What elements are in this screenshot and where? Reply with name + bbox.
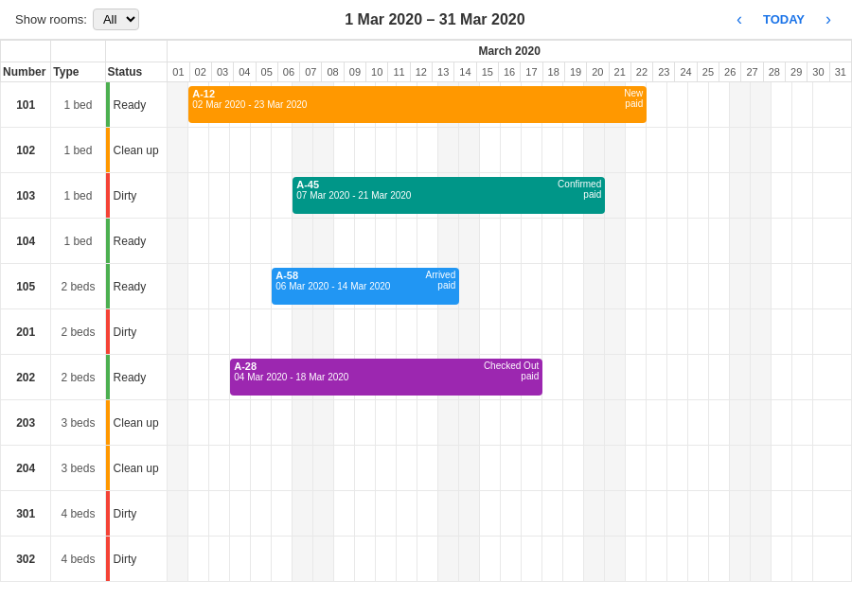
day-header-19: 19 bbox=[564, 62, 586, 82]
th-type: Type bbox=[51, 62, 105, 82]
booking-A-28[interactable]: A-28 04 Mar 2020 - 18 Mar 2020 Checked O… bbox=[230, 359, 542, 396]
status-text-203: Clean up bbox=[106, 416, 159, 430]
room-number-302: 302 bbox=[1, 537, 51, 582]
status-bar-105 bbox=[106, 264, 110, 308]
th-status-empty bbox=[105, 41, 168, 62]
booking-paid-A-58: paid bbox=[426, 280, 456, 290]
day-header-21: 21 bbox=[609, 62, 630, 82]
booking-status-A-45: Confirmed bbox=[558, 179, 601, 189]
next-button[interactable]: › bbox=[820, 8, 837, 31]
calendar-table: March 2020 Number Type Status 0102030405… bbox=[0, 40, 852, 582]
days-area-101: A-12 02 Mar 2020 - 23 Mar 2020 New paid bbox=[168, 82, 852, 128]
status-bar-202 bbox=[106, 355, 110, 399]
room-type-105: 2 beds bbox=[51, 264, 105, 309]
day-header-16: 16 bbox=[498, 62, 520, 82]
days-area-201 bbox=[168, 309, 852, 355]
day-header-01: 01 bbox=[168, 62, 189, 82]
room-type-102: 1 bed bbox=[51, 128, 105, 173]
booking-A-58[interactable]: A-58 06 Mar 2020 - 14 Mar 2020 Arrived p… bbox=[272, 268, 459, 305]
day-header-07: 07 bbox=[300, 62, 322, 82]
room-type-302: 4 beds bbox=[51, 537, 105, 582]
room-type-103: 1 bed bbox=[51, 173, 105, 219]
room-status-302: Dirty bbox=[105, 537, 168, 582]
status-bar-204 bbox=[106, 446, 110, 490]
prev-button[interactable]: ‹ bbox=[731, 8, 748, 31]
day-header-09: 09 bbox=[344, 62, 365, 82]
booking-id-A-12: A-12 bbox=[192, 88, 307, 99]
days-area-102 bbox=[168, 128, 852, 173]
days-area-302 bbox=[168, 537, 852, 582]
status-bar-101 bbox=[106, 82, 110, 127]
status-text-104: Ready bbox=[106, 235, 147, 248]
booking-A-45[interactable]: A-45 07 Mar 2020 - 21 Mar 2020 Confirmed… bbox=[293, 177, 605, 214]
top-bar: Show rooms: All 1 Mar 2020 – 31 Mar 2020… bbox=[0, 0, 852, 40]
status-text-101: Ready bbox=[106, 98, 147, 112]
day-header-27: 27 bbox=[741, 62, 763, 82]
room-number-202: 202 bbox=[1, 355, 51, 400]
booking-id-A-58: A-58 bbox=[275, 270, 390, 281]
day-header-24: 24 bbox=[675, 62, 697, 82]
room-number-301: 301 bbox=[1, 491, 51, 537]
status-bar-104 bbox=[106, 219, 110, 263]
day-header-15: 15 bbox=[476, 62, 498, 82]
show-rooms-control: Show rooms: All bbox=[15, 9, 139, 30]
day-header-04: 04 bbox=[234, 62, 256, 82]
room-status-201: Dirty bbox=[105, 309, 168, 355]
room-row-203: 2033 bedsClean up bbox=[1, 400, 852, 446]
room-status-103: Dirty bbox=[105, 173, 168, 219]
status-bar-201 bbox=[106, 309, 110, 354]
day-header-30: 30 bbox=[808, 62, 829, 82]
day-header-28: 28 bbox=[763, 62, 785, 82]
day-header-22: 22 bbox=[630, 62, 652, 82]
day-header-06: 06 bbox=[277, 62, 299, 82]
booking-paid-A-12: paid bbox=[624, 98, 643, 109]
day-header-08: 08 bbox=[322, 62, 344, 82]
status-text-301: Dirty bbox=[106, 507, 137, 520]
room-number-204: 204 bbox=[1, 446, 51, 491]
day-header-31: 31 bbox=[829, 62, 851, 82]
booking-paid-A-28: paid bbox=[484, 371, 539, 381]
room-number-104: 104 bbox=[1, 219, 51, 264]
booking-A-12[interactable]: A-12 02 Mar 2020 - 23 Mar 2020 New paid bbox=[188, 86, 647, 123]
days-area-202: A-28 04 Mar 2020 - 18 Mar 2020 Checked O… bbox=[168, 355, 852, 400]
day-header-20: 20 bbox=[587, 62, 609, 82]
room-type-202: 2 beds bbox=[51, 355, 105, 400]
days-area-204 bbox=[168, 446, 852, 491]
room-type-301: 4 beds bbox=[51, 491, 105, 537]
status-text-103: Dirty bbox=[106, 189, 137, 202]
booking-paid-A-45: paid bbox=[558, 189, 601, 200]
booking-id-A-28: A-28 bbox=[234, 361, 348, 372]
room-number-203: 203 bbox=[1, 400, 51, 446]
nav-controls: ‹ TODAY › bbox=[731, 8, 837, 31]
day-header-29: 29 bbox=[786, 62, 808, 82]
header-month-row: March 2020 bbox=[1, 41, 852, 62]
day-header-10: 10 bbox=[366, 62, 388, 82]
room-row-201: 2012 bedsDirty bbox=[1, 309, 852, 355]
status-text-204: Clean up bbox=[106, 462, 159, 475]
room-type-201: 2 beds bbox=[51, 309, 105, 355]
room-type-101: 1 bed bbox=[51, 82, 105, 128]
status-bar-301 bbox=[106, 491, 110, 536]
calendar-wrapper: March 2020 Number Type Status 0102030405… bbox=[0, 40, 852, 582]
th-status: Status bbox=[105, 62, 168, 82]
room-number-101: 101 bbox=[1, 82, 51, 128]
days-area-103: A-45 07 Mar 2020 - 21 Mar 2020 Confirmed… bbox=[168, 173, 852, 219]
room-row-102: 1021 bedClean up bbox=[1, 128, 852, 173]
room-number-201: 201 bbox=[1, 309, 51, 355]
day-header-12: 12 bbox=[410, 62, 432, 82]
room-row-101: 1011 bedReady A-12 02 Mar 2020 - 23 Mar … bbox=[1, 82, 852, 128]
date-range: 1 Mar 2020 – 31 Mar 2020 bbox=[345, 11, 524, 28]
show-rooms-select[interactable]: All bbox=[93, 9, 139, 30]
room-status-102: Clean up bbox=[105, 128, 168, 173]
header-days-row: Number Type Status 010203040506070809101… bbox=[1, 62, 852, 82]
room-row-301: 3014 bedsDirty bbox=[1, 491, 852, 537]
status-text-105: Ready bbox=[106, 280, 147, 293]
day-header-26: 26 bbox=[719, 62, 741, 82]
booking-dates-A-28: 04 Mar 2020 - 18 Mar 2020 bbox=[234, 372, 348, 382]
room-status-104: Ready bbox=[105, 219, 168, 264]
room-row-202: 2022 bedsReady A-28 04 Mar 2020 - 18 Mar… bbox=[1, 355, 852, 400]
room-status-301: Dirty bbox=[105, 491, 168, 537]
day-header-13: 13 bbox=[433, 62, 454, 82]
day-header-14: 14 bbox=[454, 62, 476, 82]
today-button[interactable]: TODAY bbox=[755, 10, 812, 28]
